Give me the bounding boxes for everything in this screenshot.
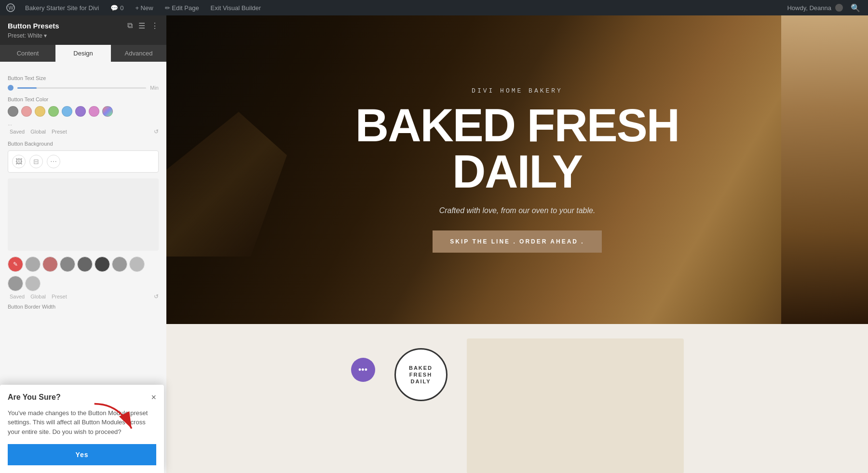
- refresh-icon[interactable]: ↺: [154, 128, 159, 135]
- purple-action-button[interactable]: •••: [351, 358, 375, 382]
- button-text-size-label: Button Text Size: [8, 75, 159, 81]
- dialog-title: Are You Sure?: [8, 393, 61, 402]
- hero-section: DIVI HOME BAKERY BAKED FRESH DAILY Craft…: [166, 15, 868, 324]
- color-swatches-row: [8, 106, 159, 117]
- button-preview-box: [8, 178, 159, 251]
- color-swatch-purple[interactable]: [75, 106, 86, 117]
- color-swatch-gray[interactable]: [8, 106, 18, 117]
- hero-description: Crafted with love, from our oven to your…: [355, 206, 679, 215]
- preset-row-2: Saved Global Preset ↺: [8, 293, 159, 300]
- icon-swatch-gray4[interactable]: [95, 257, 110, 272]
- icon-swatch-gray2[interactable]: [60, 257, 75, 272]
- icon-swatch-extra2[interactable]: [25, 276, 41, 291]
- below-hero-card: [467, 338, 684, 473]
- pencil-icon: ✏: [165, 4, 170, 12]
- dialog-yes-button[interactable]: Yes: [8, 444, 156, 465]
- user-greeting: Howdy, Deanna: [787, 4, 843, 12]
- stamp-container: BAKED FRESH DAILY: [394, 338, 448, 401]
- new-button[interactable]: + New: [131, 4, 157, 12]
- refresh-icon-2[interactable]: ↺: [154, 293, 159, 300]
- comment-bubble-icon: 💬: [110, 4, 118, 12]
- wp-logo-icon[interactable]: W: [4, 0, 17, 15]
- ellipsis-icon: •••: [358, 365, 367, 375]
- dialog-body: You've made changes to the Button Module…: [8, 408, 156, 437]
- preset-label-2: Preset: [52, 129, 67, 135]
- text-size-slider-row: Min: [8, 85, 159, 91]
- preset-label-3: Preset: [52, 294, 67, 299]
- icon-swatch-gray3[interactable]: [77, 257, 93, 272]
- color-swatch-yellow[interactable]: [35, 106, 45, 117]
- more-options-icon[interactable]: ⋮: [151, 21, 159, 30]
- button-text-color-label: Button Text Color: [8, 96, 159, 102]
- stamp-line2: FRESH: [409, 372, 432, 378]
- icon-swatch-gray5[interactable]: [112, 257, 127, 272]
- panel-header-icons: ⧉ ☰ ⋮: [127, 21, 159, 30]
- copy-icon[interactable]: ⧉: [127, 21, 133, 30]
- color-swatch-green[interactable]: [48, 106, 59, 117]
- dots-icon: ...: [8, 121, 12, 126]
- bg-section: 🖼 ⊟ ⋯: [8, 150, 159, 173]
- tab-design[interactable]: Design: [55, 45, 111, 62]
- stamp-line3: DAILY: [411, 378, 431, 384]
- slider-track[interactable]: [17, 87, 146, 89]
- saved-label: Saved: [10, 129, 25, 135]
- edit-page-link[interactable]: ✏ Edit Page: [161, 4, 203, 12]
- color-swatch-mauve[interactable]: [89, 106, 99, 117]
- stamp-circle: BAKED FRESH DAILY: [394, 348, 448, 401]
- preset-row-1: Saved Global Preset ↺: [8, 128, 159, 135]
- exit-visual-builder-link[interactable]: Exit Visual Builder: [207, 4, 265, 12]
- panel-header: Button Presets ⧉ ☰ ⋮ Preset: White ▾: [0, 15, 166, 45]
- icon-swatch-extra1[interactable]: [8, 276, 23, 291]
- hero-center-content: DIVI HOME BAKERY BAKED FRESH DAILY Craft…: [355, 87, 679, 253]
- icon-swatch-red2[interactable]: [42, 257, 58, 272]
- hand-right-visual: [781, 15, 868, 324]
- panel-title: Button Presets: [8, 22, 59, 30]
- avatar: [835, 4, 843, 12]
- bg-image-icon[interactable]: ⋯: [47, 155, 60, 168]
- global-label-2: Global: [30, 294, 46, 299]
- color-swatch-blue[interactable]: [62, 106, 72, 117]
- tab-content[interactable]: Content: [0, 45, 55, 62]
- main-content: DIVI HOME BAKERY BAKED FRESH DAILY Craft…: [166, 15, 868, 473]
- bg-color-icon[interactable]: 🖼: [12, 155, 26, 168]
- global-label: Global: [30, 129, 46, 135]
- slider-min-label: Min: [150, 85, 159, 91]
- bg-gradient-icon[interactable]: ⊟: [29, 155, 43, 168]
- wp-admin-bar: W Bakery Starter Site for Divi 💬 0 + New…: [0, 0, 868, 15]
- stamp-line1: BAKED: [409, 365, 433, 371]
- bg-icons-row: 🖼 ⊟ ⋯: [12, 155, 154, 168]
- hero-title: BAKED FRESH DAILY: [355, 102, 679, 195]
- button-background-label: Button Background: [8, 141, 159, 147]
- dialog-header: Are You Sure? ×: [8, 392, 156, 403]
- saved-label-2: Saved: [10, 294, 25, 299]
- tabs: Content Design Advanced: [0, 45, 166, 62]
- slider-fill: [17, 87, 37, 89]
- confirmation-dialog: Are You Sure? × You've made changes to t…: [0, 385, 164, 473]
- icon-swatches-row: ✎: [8, 257, 159, 272]
- layout-icon[interactable]: ☰: [138, 21, 145, 30]
- below-hero-section: ••• BAKED FRESH DAILY: [166, 324, 868, 473]
- hero-subtitle: DIVI HOME BAKERY: [355, 87, 679, 95]
- button-border-width-label: Button Border Width: [8, 304, 159, 310]
- comments-count: 0: [120, 4, 123, 12]
- slider-handle[interactable]: [8, 85, 14, 91]
- icon-swatch-gray1[interactable]: [25, 257, 41, 272]
- icon-swatch-gray6[interactable]: [129, 257, 145, 272]
- hero-cta-button[interactable]: SKIP THE LINE . ORDER AHEAD .: [433, 230, 601, 253]
- color-swatch-pink[interactable]: [21, 106, 32, 117]
- site-name-link[interactable]: Bakery Starter Site for Divi: [21, 4, 103, 12]
- tab-advanced[interactable]: Advanced: [111, 45, 166, 62]
- search-icon[interactable]: 🔍: [847, 3, 864, 13]
- dialog-close-button[interactable]: ×: [151, 392, 156, 403]
- panel-preset-label[interactable]: Preset: White ▾: [8, 32, 159, 39]
- color-swatch-gradient[interactable]: [102, 106, 113, 117]
- comments-link[interactable]: 💬 0: [107, 4, 127, 12]
- svg-text:W: W: [9, 5, 14, 11]
- icon-swatch-red[interactable]: ✎: [8, 257, 23, 272]
